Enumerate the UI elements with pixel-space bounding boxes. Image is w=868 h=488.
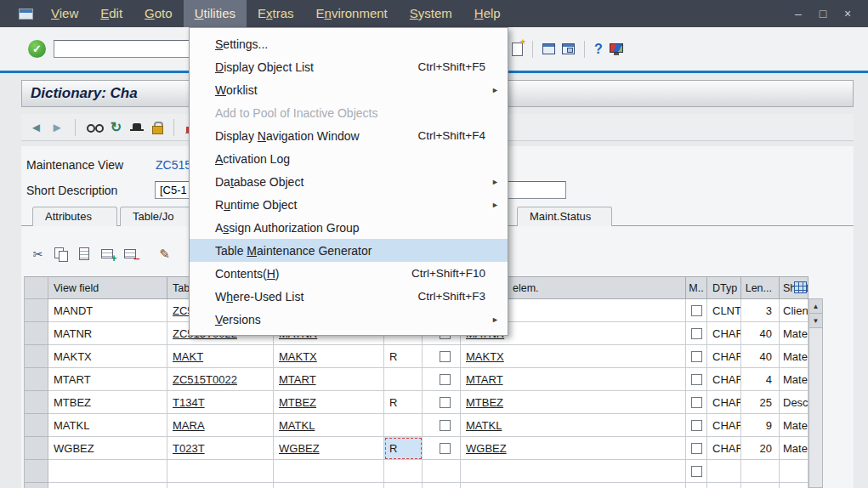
menu-item[interactable]: Worklist ► <box>190 78 508 101</box>
menu-item[interactable]: Add to Pool of Inactive Objects ► <box>190 101 508 124</box>
m-checkbox[interactable] <box>691 305 702 316</box>
row-selector[interactable] <box>25 437 48 460</box>
mod-checkbox[interactable] <box>440 443 451 454</box>
menu-item[interactable]: Display Object List Ctrl+Shift+F5 ► <box>190 55 508 78</box>
cell-view-field[interactable] <box>48 483 167 488</box>
cell-table-link[interactable]: T023T <box>167 437 274 460</box>
close-icon[interactable]: × <box>841 7 854 20</box>
hat-icon[interactable] <box>130 122 144 133</box>
vertical-scrollbar[interactable] <box>808 298 823 488</box>
minimize-icon[interactable]: – <box>791 7 805 20</box>
row-selector[interactable] <box>25 460 48 483</box>
command-field[interactable] <box>54 40 198 58</box>
forward-icon[interactable] <box>51 120 64 134</box>
menubar-item[interactable]: Help <box>463 0 512 27</box>
cell-field-link[interactable]: MTBEZ <box>274 391 384 414</box>
help-icon[interactable] <box>594 42 603 57</box>
delete-row-icon[interactable] <box>120 245 139 263</box>
row-selector[interactable] <box>25 483 48 488</box>
insert-row-icon[interactable] <box>97 245 116 263</box>
scroll-up-icon[interactable] <box>809 299 822 314</box>
pencil-icon[interactable] <box>155 245 174 263</box>
cut-icon[interactable] <box>28 245 48 263</box>
back-icon[interactable] <box>30 120 43 134</box>
cell-data-element-link[interactable] <box>461 483 686 488</box>
cell-data-element-link[interactable]: WGBEZ <box>461 437 686 460</box>
cell-view-field[interactable]: MANDT <box>48 299 167 322</box>
cell-field-link[interactable]: MATKL <box>274 414 384 437</box>
cell-view-field[interactable]: MAKTX <box>48 345 167 368</box>
mod-checkbox[interactable] <box>440 397 451 408</box>
maximize-icon[interactable]: □ <box>816 7 830 20</box>
cell-key[interactable] <box>384 460 423 483</box>
create-shortcut-icon[interactable] <box>542 43 555 54</box>
mod-checkbox[interactable] <box>440 420 451 431</box>
cell-field-link[interactable]: MTART <box>274 368 384 391</box>
cell-table-link[interactable]: MARA <box>167 414 274 437</box>
cell-table-link[interactable] <box>167 483 274 488</box>
cell-field-link[interactable] <box>274 483 384 488</box>
cell-data-element-link[interactable]: MTART <box>461 368 686 391</box>
maintenance-view-value[interactable]: ZC515 <box>156 158 191 172</box>
paste-icon[interactable] <box>74 245 94 263</box>
menubar-item[interactable]: Goto <box>133 0 184 27</box>
cell-data-element-link[interactable]: MATKL <box>461 414 686 437</box>
row-selector[interactable] <box>25 391 48 414</box>
m-checkbox[interactable] <box>691 351 702 362</box>
system-menu-icon[interactable] <box>19 9 33 20</box>
shortcut-window-icon[interactable] <box>562 43 575 54</box>
lock-icon[interactable] <box>152 122 162 133</box>
cell-table-link[interactable] <box>167 460 274 483</box>
menu-item[interactable]: Runtime Object ► <box>190 193 508 216</box>
cell-table-link[interactable]: T134T <box>167 391 274 414</box>
menu-item[interactable]: Where-Used List Ctrl+Shift+F3 ► <box>190 285 508 308</box>
cell-table-link[interactable]: MAKT <box>167 345 274 368</box>
row-selector[interactable] <box>25 414 48 437</box>
menubar-item[interactable]: Extras <box>247 0 305 27</box>
mod-checkbox[interactable] <box>440 351 451 362</box>
row-selector[interactable] <box>25 345 48 368</box>
cell-key[interactable]: R <box>384 437 423 460</box>
copy-icon[interactable] <box>51 245 71 263</box>
row-selector[interactable] <box>25 299 48 322</box>
cell-field-link[interactable] <box>274 460 384 483</box>
cell-data-element-link[interactable]: MAKTX <box>461 345 686 368</box>
cell-view-field[interactable]: WGBEZ <box>48 437 167 460</box>
row-selector[interactable] <box>25 368 48 391</box>
m-checkbox[interactable] <box>691 328 702 339</box>
cell-field-link[interactable]: MAKTX <box>274 345 384 368</box>
menu-item[interactable]: Database Object ► <box>190 170 508 193</box>
cell-view-field[interactable]: MATKL <box>48 414 167 437</box>
menubar-item[interactable]: Environment <box>305 0 399 27</box>
cell-view-field[interactable]: MTART <box>48 368 167 391</box>
menu-item[interactable]: Display Navigation Window Ctrl+Shift+F4 … <box>190 124 508 147</box>
menu-item[interactable]: Assign Authorization Group ► <box>190 216 508 239</box>
cell-key[interactable] <box>384 414 423 437</box>
scroll-down-icon[interactable] <box>809 314 822 328</box>
refresh-icon[interactable] <box>111 119 122 135</box>
cell-key[interactable] <box>384 483 423 488</box>
cell-key[interactable] <box>384 368 423 391</box>
table-settings-icon[interactable] <box>794 281 807 293</box>
menu-item[interactable]: Contents(H) Ctrl+Shift+F10 ► <box>190 262 508 285</box>
cell-data-element-link[interactable]: MTBEZ <box>461 391 686 414</box>
cell-data-element-link[interactable] <box>461 460 686 483</box>
tab-attributes[interactable]: Attributes <box>32 207 117 226</box>
m-checkbox[interactable] <box>691 466 702 477</box>
menubar-item[interactable]: View <box>40 0 89 27</box>
cell-table-link[interactable]: ZC515T0022 <box>167 368 274 391</box>
menubar-item[interactable]: Edit <box>89 0 133 27</box>
row-selector[interactable] <box>25 322 48 345</box>
mod-checkbox[interactable] <box>440 374 451 385</box>
cell-field-link[interactable]: WGBEZ <box>274 437 384 460</box>
m-checkbox[interactable] <box>691 374 702 385</box>
menu-item[interactable]: Versions ► <box>190 308 508 331</box>
m-checkbox[interactable] <box>691 443 702 454</box>
m-checkbox[interactable] <box>691 397 702 408</box>
menu-item[interactable]: Settings... ► <box>190 32 508 55</box>
cell-key[interactable]: R <box>384 345 423 368</box>
new-session-icon[interactable] <box>512 43 523 56</box>
menu-item[interactable]: Table Maintenance Generator ► <box>190 239 508 262</box>
layout-icon[interactable] <box>610 43 623 53</box>
m-checkbox[interactable] <box>691 420 702 431</box>
